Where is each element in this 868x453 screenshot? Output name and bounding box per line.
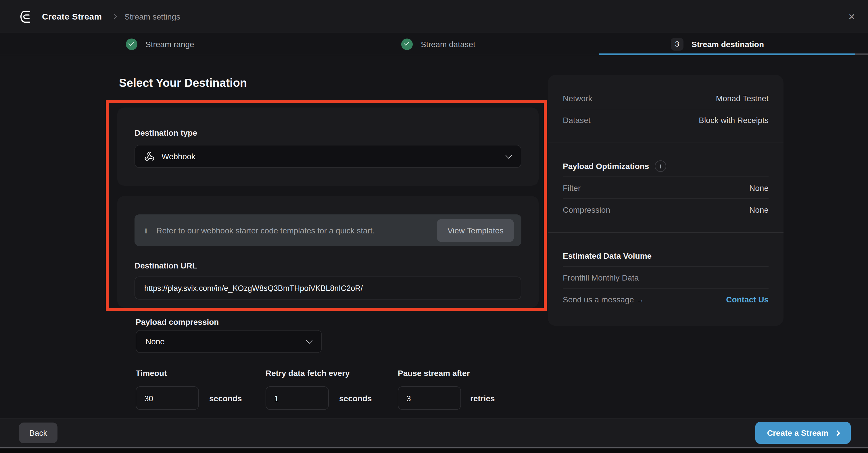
breadcrumb: Stream settings: [124, 12, 181, 21]
chevron-right-icon: [834, 430, 840, 436]
tab-stream-dataset[interactable]: Stream dataset: [401, 33, 475, 55]
summary-row-dataset: Dataset Block with Receipts: [563, 109, 769, 130]
payload-compression-value: None: [146, 337, 165, 346]
create-stream-label: Create a Stream: [767, 428, 828, 437]
back-button[interactable]: Back: [19, 423, 58, 443]
destination-type-value: Webhook: [161, 152, 195, 161]
tab-indicator-track: [855, 54, 868, 55]
pause-label: Pause stream after: [398, 368, 470, 378]
stepper-bar: Stream range Stream dataset 3 Stream des…: [0, 33, 868, 55]
breadcrumb-chevron-icon: [112, 13, 117, 19]
active-tab-indicator: [599, 54, 855, 55]
destination-type-label: Destination type: [134, 128, 521, 138]
row-value: Monad Testnet: [716, 93, 769, 102]
row-label: Dataset: [563, 115, 591, 124]
row-value: Block with Receipts: [699, 115, 769, 124]
banner-text: Refer to our webhook starter code templa…: [156, 225, 375, 235]
timeout-label: Timeout: [136, 368, 167, 378]
close-icon[interactable]: ✕: [848, 12, 855, 21]
section-divider: [548, 232, 783, 233]
row-label: Network: [563, 93, 592, 102]
payload-compression-select[interactable]: None: [136, 330, 322, 353]
tab-stream-destination[interactable]: 3 Stream destination: [671, 33, 764, 55]
tab-label: Stream destination: [691, 39, 764, 49]
footer-bar: Back Create a Stream: [0, 418, 868, 447]
row-label: Compression: [563, 205, 610, 214]
retry-label: Retry data fetch every: [266, 368, 350, 378]
section-title-text: Estimated Data Volume: [563, 251, 652, 260]
info-icon: i: [145, 225, 156, 235]
summary-row-contact: Send us a message → Contact Us: [563, 289, 769, 310]
row-value: None: [749, 205, 769, 214]
section-title-text: Payload Optimizations: [563, 161, 649, 171]
summary-row-frontfill: Frontfill Monthly Data: [563, 267, 769, 288]
tab-label: Stream dataset: [421, 39, 475, 49]
summary-row-filter: Filter None: [563, 177, 769, 198]
row-value: None: [749, 183, 769, 192]
timeout-unit: seconds: [209, 394, 242, 403]
tab-label: Stream range: [146, 39, 194, 49]
timeout-input[interactable]: [136, 386, 199, 410]
row-label: Send us a message →: [563, 295, 644, 304]
create-stream-modal: Create Stream Stream settings ✕ Stream r…: [0, 0, 868, 453]
quicknode-logo-icon: [19, 9, 34, 24]
section-divider: [548, 143, 783, 143]
chevron-down-icon: [505, 152, 512, 159]
background-strip: [0, 448, 868, 453]
chevron-down-icon: [306, 337, 313, 344]
webhook-icon: [144, 151, 155, 161]
section-heading: Select Your Destination: [119, 77, 247, 90]
create-stream-button[interactable]: Create a Stream: [755, 422, 851, 444]
payload-compression-label: Payload compression: [136, 317, 219, 327]
destination-url-label: Destination URL: [134, 261, 521, 270]
estimated-data-volume-header: Estimated Data Volume: [563, 245, 769, 266]
destination-url-input[interactable]: [134, 276, 521, 300]
contact-us-link[interactable]: Contact Us: [726, 295, 769, 304]
info-icon[interactable]: i: [655, 160, 666, 172]
row-label: Filter: [563, 183, 581, 192]
retry-unit: seconds: [339, 394, 372, 403]
view-templates-button[interactable]: View Templates: [437, 219, 514, 242]
payload-optimizations-header: Payload Optimizations i: [563, 155, 769, 177]
section-title: Payload Optimizations i: [563, 160, 666, 172]
row-label: Frontfill Monthly Data: [563, 273, 639, 282]
check-icon: [126, 38, 137, 50]
page-title: Create Stream: [42, 11, 102, 21]
webhook-templates-banner: i Refer to our webhook starter code temp…: [134, 214, 521, 246]
summary-row-compression: Compression None: [563, 199, 769, 220]
pause-unit: retries: [470, 394, 495, 403]
check-icon: [401, 38, 413, 50]
destination-type-card: Destination type Webhook: [117, 108, 538, 186]
retry-input[interactable]: [266, 386, 329, 410]
tab-stream-range[interactable]: Stream range: [126, 33, 194, 55]
destination-type-select[interactable]: Webhook: [134, 145, 521, 168]
pause-input[interactable]: [398, 386, 461, 410]
summary-panel: Network Monad Testnet Dataset Block with…: [548, 75, 783, 326]
summary-row-network: Network Monad Testnet: [563, 87, 769, 109]
step-number-badge: 3: [671, 38, 683, 50]
header: Create Stream Stream settings ✕: [0, 0, 868, 33]
destination-url-card: i Refer to our webhook starter code temp…: [117, 196, 538, 307]
